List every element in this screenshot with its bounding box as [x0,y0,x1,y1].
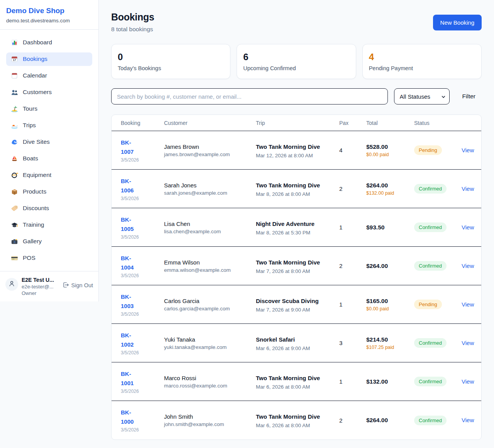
sidebar-item-customers[interactable]: Customers [6,86,92,99]
calendar-date-icon: 17 [11,56,18,63]
user-name: E2E Test U... [22,277,59,283]
shop-domain: demo.test.divestreams.com [6,18,92,24]
sidebar-item-gallery[interactable]: Gallery [6,235,92,248]
booking-number-link[interactable]: BK-1001 [121,369,142,388]
stat-value: 0 [118,52,224,62]
filter-row: All Statuses Filter [111,88,482,104]
booking-number-link[interactable]: BK-1000 [121,408,142,426]
sidebar-item-training[interactable]: Training [6,218,92,232]
user-info: E2E Test U... e2e-tester@... Owner [22,277,59,296]
filter-button[interactable]: Filter [462,93,475,100]
booking-row: BK-1002 3/5/2026 Yuki Tanaka yuki.tanaka… [112,324,481,362]
total-amount: $528.00 [366,143,409,150]
trip-name: Two Tank Morning Dive [256,142,327,152]
status-badge: Confirmed [414,184,447,194]
trip-name: Two Tank Morning Dive [256,412,327,421]
view-link[interactable]: View [462,417,474,423]
trip-datetime: Mar 8, 2026 at 5:30 PM [256,230,335,236]
view-link[interactable]: View [462,301,474,308]
status-select[interactable]: All Statuses [394,88,450,104]
total-amount: $214.50 [366,336,409,343]
customer-name: Marco Rossi [164,375,251,381]
total-amount: $264.00 [366,263,409,269]
sidebar-item-dashboard[interactable]: Dashboard [6,36,92,49]
main-content: Bookings 8 total bookings New Booking 0 … [99,0,494,448]
page-subtitle: 8 total bookings [111,26,154,33]
sidebar-item-products[interactable]: Products [6,185,92,199]
user-role: Owner [22,290,59,296]
customer-name: Carlos Garcia [164,298,251,304]
booking-number-link[interactable]: BK-1007 [121,138,142,157]
stat-label: Upcoming Confirmed [243,65,349,71]
view-link[interactable]: View [462,378,474,385]
pax-count: 1 [339,224,366,231]
column-header-customer: Customer [164,120,256,126]
customer-email: lisa.chen@example.com [164,229,251,234]
customer-email: marco.rossi@example.com [164,383,251,389]
search-input[interactable] [111,88,388,104]
sidebar-item-tours[interactable]: Tours [6,102,92,116]
view-link[interactable]: View [462,224,474,231]
new-booking-button[interactable]: New Booking [433,15,482,30]
sidebar-item-calendar[interactable]: Calendar [6,69,92,83]
table-body: BK-1007 3/5/2026 James Brown james.brown… [112,131,481,440]
column-header-booking: Booking [121,120,164,126]
sidebar-item-bookings[interactable]: 17 Bookings [6,52,92,66]
status-badge: Confirmed [414,222,447,232]
booking-date: 3/5/2026 [121,350,159,355]
stat-label: Pending Payment [369,65,475,71]
booking-date: 3/5/2026 [121,196,159,201]
column-header-total: Total [366,120,414,126]
avatar [5,278,18,291]
brand-block: Demo Dive Shop demo.test.divestreams.com [0,0,98,30]
booking-number-link[interactable]: BK-1005 [121,215,142,234]
sidebar-item-label: Training [23,221,44,228]
sidebar-item-label: Dive Sites [23,138,50,145]
view-link[interactable]: View [462,263,474,269]
sidebar-item-discounts[interactable]: Discounts [6,202,92,215]
person-icon [8,280,15,289]
stat-card-today-s-bookings: 0 Today's Bookings [111,44,230,79]
sidebar-item-dive-sites[interactable]: Dive Sites [6,135,92,149]
pax-count: 2 [339,263,366,269]
stat-card-pending-payment: 4 Pending Payment [362,44,482,79]
sidebar-nav: Dashboard 17 Bookings Calendar Customers… [0,30,98,271]
sidebar-item-label: Bookings [23,56,47,62]
sidebar-item-label: Dashboard [23,39,52,46]
customer-name: Lisa Chen [164,221,251,227]
paid-amount: $132.00 paid [366,190,402,196]
paid-amount: $0.00 paid [366,152,402,157]
camera-icon [11,238,18,245]
booking-number-link[interactable]: BK-1004 [121,254,142,272]
sidebar-item-trips[interactable]: Trips [6,119,92,132]
booking-number-link[interactable]: BK-1003 [121,292,142,311]
trip-datetime: Mar 6, 2026 at 8:00 AM [256,423,335,428]
trip-datetime: Mar 8, 2026 at 8:00 AM [256,191,335,197]
water-wave-icon [11,138,18,146]
tear-off-calendar-icon [11,72,18,79]
sign-out-button[interactable]: Sign Out [62,281,93,290]
customer-email: sarah.jones@example.com [164,190,251,196]
view-link[interactable]: View [462,147,474,153]
sidebar-item-pos[interactable]: POS [6,251,92,265]
trip-datetime: Mar 7, 2026 at 8:00 AM [256,268,335,274]
booking-number-link[interactable]: BK-1002 [121,331,142,349]
customer-email: john.smith@example.com [164,421,251,427]
bookings-table: BookingCustomerTripPaxTotalStatus BK-100… [111,115,482,440]
view-link[interactable]: View [462,340,474,346]
view-link[interactable]: View [462,185,474,192]
column-header-trip: Trip [256,120,339,126]
sidebar-item-equipment[interactable]: Equipment [6,168,92,182]
customer-email: carlos.garcia@example.com [164,306,251,312]
sidebar-item-boats[interactable]: Boats [6,152,92,165]
status-select-wrap: All Statuses [394,88,450,104]
page-header: Bookings 8 total bookings New Booking [111,12,482,33]
stat-value: 4 [369,52,475,62]
column-header-pax: Pax [339,120,366,126]
user-email: e2e-tester@... [22,284,59,290]
status-badge: Confirmed [414,377,447,386]
total-amount: $132.00 [366,378,409,385]
booking-number-link[interactable]: BK-1006 [121,177,142,195]
sailboat-icon [11,155,18,162]
sidebar-item-label: Discounts [23,205,49,212]
